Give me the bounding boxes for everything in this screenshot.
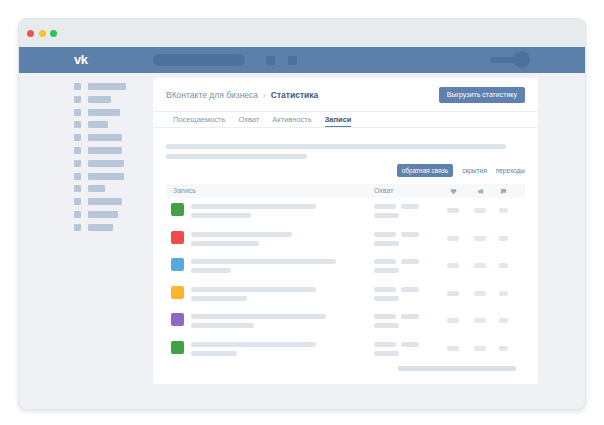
post-thumbnail <box>171 203 184 216</box>
window-control-button[interactable] <box>50 30 57 37</box>
breadcrumb: ВКонтакте для бизнеса › Статистика <box>166 89 318 101</box>
post-title-placeholder <box>191 287 316 292</box>
table-row[interactable] <box>166 227 525 255</box>
sidebar-item-label-placeholder <box>88 121 108 128</box>
likes-value-placeholder <box>447 236 459 241</box>
table-row[interactable] <box>166 309 525 337</box>
post-thumbnail <box>171 286 184 299</box>
statistics-card: ВКонтакте для бизнеса › Статистика Выгру… <box>153 78 538 384</box>
post-title-placeholder <box>191 204 316 209</box>
sidebar-item-icon <box>74 211 81 218</box>
table-row[interactable] <box>166 199 525 227</box>
sidebar-item[interactable] <box>74 173 126 180</box>
sidebar-item[interactable] <box>74 134 126 141</box>
reposts-value-placeholder <box>474 263 486 268</box>
sidebar-item[interactable] <box>74 147 126 154</box>
comments-value-placeholder <box>499 346 508 351</box>
reach-value-placeholder <box>401 287 419 292</box>
sidebar-item-label-placeholder <box>88 160 124 167</box>
reach-value-placeholder <box>401 204 419 209</box>
sidebar-item[interactable] <box>74 198 126 205</box>
sidebar-item-icon <box>74 121 81 128</box>
sidebar-item-icon <box>74 173 81 180</box>
search-input[interactable] <box>153 54 245 66</box>
sidebar-item-icon <box>74 198 81 205</box>
sidebar-item-icon <box>74 109 81 116</box>
reach-value-placeholder <box>374 213 399 218</box>
reach-value-placeholder <box>374 259 396 264</box>
sidebar-item-label-placeholder <box>88 134 122 141</box>
vk-logo[interactable]: vk <box>74 47 87 73</box>
vk-top-bar: vk <box>19 47 585 73</box>
table-row[interactable] <box>166 337 525 365</box>
reach-value-placeholder <box>374 287 396 292</box>
reach-value-placeholder <box>374 323 399 328</box>
heart-icon[interactable] <box>450 188 457 195</box>
content-placeholder-line <box>166 154 307 159</box>
reposts-value-placeholder <box>474 208 486 213</box>
post-thumbnail <box>171 231 184 244</box>
content-placeholder-line <box>166 144 506 149</box>
header-action-icon[interactable] <box>266 56 275 65</box>
browser-titlebar <box>19 19 585 47</box>
header-action-icon[interactable] <box>288 56 297 65</box>
sidebar-item[interactable] <box>74 96 126 103</box>
filter-button[interactable]: обратная связь <box>397 164 453 177</box>
filter-button[interactable]: скрытия <box>462 167 487 174</box>
sidebar-item-label-placeholder <box>88 96 111 103</box>
sidebar-item[interactable] <box>74 160 126 167</box>
post-subtitle-placeholder <box>191 296 247 301</box>
divider <box>153 127 538 128</box>
traffic-lights <box>27 30 57 37</box>
sidebar-item-label-placeholder <box>88 147 122 154</box>
megaphone-icon[interactable] <box>477 188 484 195</box>
breadcrumb-parent-link[interactable]: ВКонтакте для бизнеса <box>166 90 258 100</box>
likes-value-placeholder <box>447 346 459 351</box>
reach-value-placeholder <box>374 232 396 237</box>
comments-value-placeholder <box>499 291 508 296</box>
table-row[interactable] <box>166 254 525 282</box>
sidebar-item[interactable] <box>74 83 126 90</box>
comments-value-placeholder <box>499 236 508 241</box>
sidebar-item-label-placeholder <box>88 83 126 90</box>
post-thumbnail <box>171 313 184 326</box>
export-statistics-button[interactable]: Выгрузить статистику <box>439 87 525 103</box>
post-subtitle-placeholder <box>191 323 254 328</box>
sidebar-item-label-placeholder <box>88 198 122 205</box>
sidebar-item-icon <box>74 134 81 141</box>
sidebar-item-label-placeholder <box>88 185 105 192</box>
record-column-header: Запись <box>173 184 196 198</box>
reposts-value-placeholder <box>474 291 486 296</box>
sidebar-item[interactable] <box>74 211 126 218</box>
likes-value-placeholder <box>447 318 459 323</box>
avatar[interactable] <box>513 51 530 68</box>
sidebar-item-icon <box>74 185 81 192</box>
reach-value-placeholder <box>401 342 419 347</box>
window-control-button[interactable] <box>39 30 46 37</box>
filter-button[interactable]: переходы <box>496 167 525 174</box>
reach-value-placeholder <box>374 241 399 246</box>
post-subtitle-placeholder <box>191 213 251 218</box>
sidebar-item[interactable] <box>74 121 126 128</box>
reach-column-header: Охват <box>374 184 393 198</box>
records-table-body <box>166 199 525 365</box>
comment-icon[interactable] <box>500 188 507 195</box>
sidebar-item-label-placeholder <box>88 224 113 231</box>
likes-value-placeholder <box>447 263 459 268</box>
sidebar-item-label-placeholder <box>88 211 118 218</box>
reach-value-placeholder <box>374 204 396 209</box>
tabs-bar: ПосещаемостьОхватАктивностьЗаписи <box>173 112 351 128</box>
table-row[interactable] <box>166 282 525 310</box>
reach-value-placeholder <box>374 296 399 301</box>
reposts-value-placeholder <box>474 346 486 351</box>
sidebar-item[interactable] <box>74 224 126 231</box>
window-control-button[interactable] <box>27 30 34 37</box>
comments-value-placeholder <box>499 318 508 323</box>
sidebar-item-icon <box>74 147 81 154</box>
sidebar-item[interactable] <box>74 109 126 116</box>
likes-value-placeholder <box>447 208 459 213</box>
post-thumbnail <box>171 341 184 354</box>
sidebar-item[interactable] <box>74 185 126 192</box>
sidebar-item-label-placeholder <box>88 109 120 116</box>
reach-value-placeholder <box>401 232 419 237</box>
